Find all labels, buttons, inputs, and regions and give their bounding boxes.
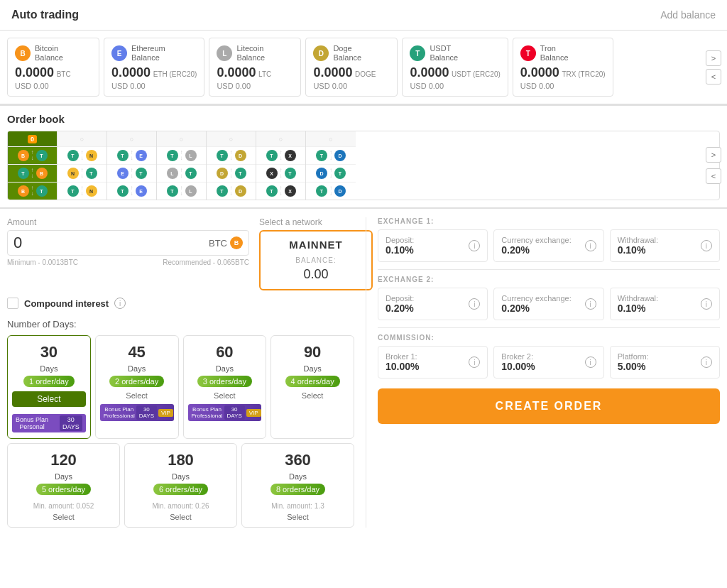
amount-input[interactable] (13, 234, 209, 252)
days-60-orders: 3 orders/day (197, 376, 252, 387)
days-180-select[interactable]: Select (129, 513, 232, 521)
add-balance-link[interactable]: Add balance (660, 9, 716, 21)
days-30-select-btn[interactable]: Select (12, 391, 86, 407)
network-box[interactable]: MAINNET BALANCE: 0.00 (259, 230, 373, 290)
compound-checkbox[interactable] (7, 298, 18, 309)
balance-card-name: EthereumBalance (131, 44, 165, 62)
day-card-45[interactable]: 45 Days 2 orders/day Select Bonus PlanPr… (95, 335, 179, 439)
day-card-360[interactable]: 360 Days 8 orders/day Min. amount: 1.3 S… (241, 443, 354, 528)
day-card-90[interactable]: 90 Days 4 orders/day Select (270, 335, 354, 439)
btc-icon: B (18, 150, 29, 161)
ob-active-pair-1[interactable]: B ↑↓ T (8, 147, 57, 165)
commission-label: COMMISSION: (378, 334, 720, 342)
balance-nav-next[interactable]: > (706, 50, 721, 66)
days-60-label: Days (188, 364, 262, 373)
create-order-button[interactable]: CREATE ORDER (378, 388, 720, 424)
days-45-label: Days (100, 364, 174, 373)
ob-pair-row-3[interactable]: T ↑↓ D (306, 183, 356, 200)
network-name: MAINNET (270, 239, 361, 251)
exchange1-currency-value: 0.20% (501, 244, 571, 256)
broker1-info[interactable]: i (469, 356, 480, 368)
days-60-num: 60 (188, 343, 262, 361)
broker2-info[interactable]: i (585, 356, 596, 368)
broker1-value: 10.00% (386, 361, 419, 372)
days-90-select[interactable]: Select (275, 391, 349, 400)
ob-pair-row-2[interactable]: L ↑↓ T (157, 165, 206, 183)
ob-pair-row-2[interactable]: D ↑↓ T (207, 165, 256, 183)
day-card-30[interactable]: 30 Days 1 order/day Select Bonus PlanPer… (7, 335, 91, 439)
exchange1-section: EXCHANGE 1: Deposit: 0.10% i Currency ex… (378, 217, 720, 262)
ob-pair-row[interactable]: T ↑↓ D (306, 147, 356, 165)
ob-pair-row-3[interactable]: T ↑↓ N (58, 183, 106, 200)
btc-icon-2: B (36, 168, 48, 179)
usdt-icon: T (410, 45, 425, 61)
ob-pair-row-3[interactable]: T ↑↓ D (207, 183, 256, 200)
platform-info[interactable]: i (701, 356, 712, 368)
days-30-orders: 1 order/day (23, 376, 75, 387)
day-card-60[interactable]: 60 Days 3 orders/day Select Bonus PlanPr… (183, 335, 267, 439)
balance-card-name: TronBalance (540, 44, 569, 62)
ob-pair-row-3[interactable]: T ↑↓ E (107, 183, 156, 200)
ob-pair-row[interactable]: T ↑↓ E (107, 147, 156, 165)
ob-pair-row-2[interactable]: E ↑↓ T (107, 165, 156, 183)
ob-pair-row[interactable]: T ↑↓ N (58, 147, 106, 165)
days-120-select[interactable]: Select (12, 513, 115, 521)
exchange2-currency-label: Currency exchange: (501, 294, 571, 303)
exchange2-deposit-info[interactable]: i (469, 298, 480, 310)
ob-active-pair-3[interactable]: B ↑↓ T (8, 183, 57, 200)
ob-pair-row[interactable]: T ↑↓ X (256, 147, 305, 165)
ob-badge: 0 (28, 135, 37, 143)
days-30-label: Days (12, 364, 86, 373)
exchange2-currency-info[interactable]: i (585, 298, 596, 310)
ob-pair-row[interactable]: T ↑↓ L (157, 147, 206, 165)
ob-pair-row[interactable]: T ↑↓ D (207, 147, 256, 165)
usdt-icon-3: T (67, 185, 79, 197)
ob-nav-prev[interactable]: < (706, 168, 721, 184)
days-grid-2: 120 Days 5 orders/day Min. amount: 0.052… (7, 443, 354, 528)
compound-info-icon[interactable]: i (114, 298, 126, 309)
balance-amount: 0.0000 DOGE (313, 65, 390, 80)
usdt-icon-3: T (167, 185, 178, 197)
balance-card-eth: E EthereumBalance 0.0000 ETH (ERC20) USD… (104, 38, 204, 97)
usdt-icon: T (36, 150, 48, 161)
exchange1-withdrawal-info[interactable]: i (701, 240, 712, 251)
ob-pair-row-2[interactable]: X ↑↓ T (256, 165, 305, 183)
ob-col[interactable]: ○ T ↑↓ E E ↑↓ T T ↑↓ E (107, 131, 157, 200)
days-180-min: Min. amount: 0.26 (129, 502, 232, 510)
balance-nav-prev[interactable]: < (706, 69, 721, 85)
ob-active-col[interactable]: 0 B ↑↓ T T ↑↓ B B ↑↓ T (8, 131, 58, 200)
exchange1-deposit-info[interactable]: i (469, 240, 480, 251)
exchange1-currency-info[interactable]: i (585, 240, 596, 251)
orderbook-title: Order book (7, 113, 720, 125)
balance-usd: USD 0.00 (520, 82, 606, 90)
balance-amount: 0.0000 LTC (217, 65, 293, 80)
day-card-180[interactable]: 180 Days 6 orders/day Min. amount: 0.26 … (124, 443, 237, 528)
usdt-icon-2: T (136, 168, 147, 179)
ob-col[interactable]: ○ T ↑↓ N N ↑↓ T T ↑↓ N (58, 131, 107, 200)
ob-nav-next[interactable]: > (706, 147, 721, 163)
days-60-select[interactable]: Select (188, 391, 262, 400)
ob-pair-row-2[interactable]: D ↑↓ T (306, 165, 356, 183)
balance-card-ltc: L LitecoinBalance 0.0000 LTC USD 0.00 (209, 38, 301, 97)
ob-pair-row-3[interactable]: T ↑↓ X (256, 183, 305, 200)
days-360-select[interactable]: Select (246, 513, 349, 521)
ob-pair-row-3[interactable]: T ↑↓ L (157, 183, 206, 200)
doge-icon-3: D (235, 185, 246, 197)
ob-col[interactable]: ○ T ↑↓ L L ↑↓ T T ↑↓ L (157, 131, 207, 200)
day-card-120[interactable]: 120 Days 5 orders/day Min. amount: 0.052… (7, 443, 120, 528)
exchange2-row: Deposit: 0.20% i Currency exchange: 0.20… (378, 288, 720, 320)
ob-col[interactable]: ○ T ↑↓ X X ↑↓ T T ↑↓ X (256, 131, 306, 200)
days-180-num: 180 (129, 451, 232, 469)
exchange1-withdrawal-label: Withdrawal: (618, 236, 658, 244)
ob-col[interactable]: ○ T ↑↓ D D ↑↓ T T ↑↓ D (207, 131, 256, 200)
ob-pair-row-2[interactable]: N ↑↓ T (58, 165, 106, 183)
days-45-select[interactable]: Select (100, 391, 174, 400)
ob-col[interactable]: ○ T ↑↓ D D ↑↓ T T ↑↓ D (306, 131, 356, 200)
days-grid-1: 30 Days 1 order/day Select Bonus PlanPer… (7, 335, 354, 439)
exchange2-withdrawal: Withdrawal: 0.10% i (610, 288, 720, 320)
exchange2-withdrawal-info[interactable]: i (701, 298, 712, 310)
btc-icon-badge: B (230, 236, 243, 249)
exchange2-currency: Currency exchange: 0.20% i (493, 288, 603, 320)
separator-1 (378, 269, 720, 270)
ob-active-pair-2[interactable]: T ↑↓ B (8, 165, 57, 183)
